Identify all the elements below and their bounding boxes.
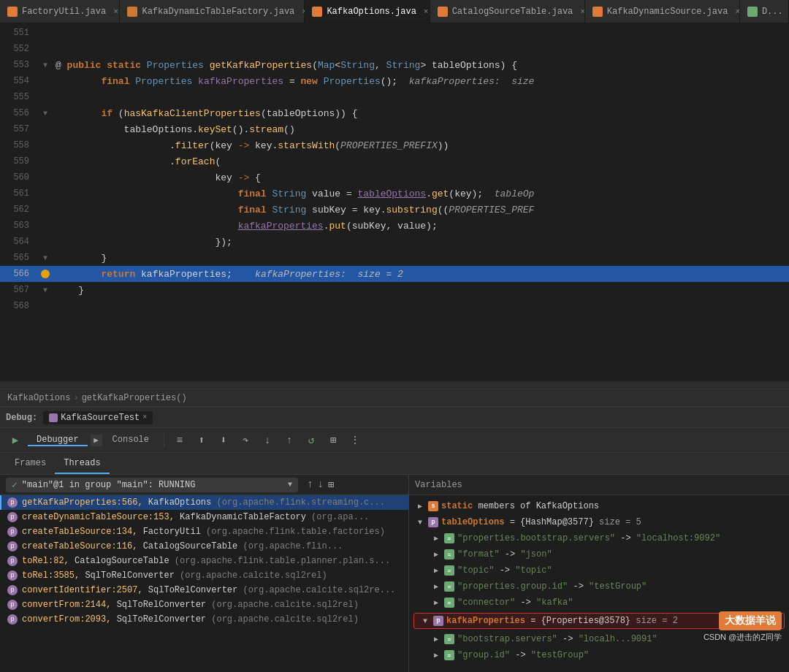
- var-icon-static: s: [428, 501, 438, 511]
- frame-item-5[interactable]: p toRel:3585, SqlToRelConverter (org.apa…: [0, 568, 408, 583]
- tab-kafkaoptions[interactable]: KafkaOptions.java ×: [305, 0, 430, 23]
- code-line-567: 567 ▼ }: [0, 282, 789, 298]
- tab-icon-kafkadynamic: [127, 7, 137, 17]
- tab-threads[interactable]: Threads: [55, 453, 109, 474]
- debug-session-name: KafkaSourceTest: [61, 413, 140, 423]
- frame-item-1[interactable]: p createDynamicTableSource:153, KafkaDyn…: [0, 510, 408, 524]
- var-tableoptions[interactable]: ▼ p tableOptions = {HashMap@3577} size =…: [409, 514, 789, 530]
- var-entry-groupid[interactable]: ▶ = "properties.group.id" -> "testGroup": [409, 579, 789, 595]
- stepout-btn[interactable]: ↑: [280, 431, 299, 450]
- filter-btn[interactable]: ⊞: [324, 431, 343, 450]
- thread-name: "main"@1 in group "main": RUNNING: [22, 480, 283, 490]
- code-line-562: 562 final String subKey = key.substring(…: [0, 202, 789, 218]
- stepinto-btn[interactable]: ↓: [258, 431, 277, 450]
- down-btn[interactable]: ⬇: [214, 431, 233, 450]
- variables-list: ▶ s static members of KafkaOptions ▼ p t…: [409, 495, 789, 672]
- tab-frames[interactable]: Frames: [6, 453, 55, 474]
- tab-close-kafkaoptions[interactable]: ×: [424, 7, 429, 16]
- variables-title: Variables: [415, 480, 462, 490]
- var-static-members[interactable]: ▶ s static members of KafkaOptions: [409, 498, 789, 514]
- code-line-553: 553 ▼ @ public static Properties getKafk…: [0, 57, 789, 73]
- code-line-564: 564 });: [0, 234, 789, 250]
- tab-factoryutil[interactable]: FactoryUtil.java ×: [0, 0, 120, 23]
- var-icon-eq6: =: [444, 634, 454, 644]
- tab-d[interactable]: D...: [740, 0, 789, 23]
- var-entry-connector[interactable]: ▶ = "connector" -> "kafka": [409, 595, 789, 611]
- frame-icon-3: p: [7, 541, 18, 551]
- frame-item-0[interactable]: p getKafkaProperties:566, KafkaOptions (…: [0, 495, 408, 510]
- breadcrumb: KafkaOptions › getKafkaProperties(): [0, 389, 789, 406]
- code-line-566: 566 return kafkaProperties; kafkaPropert…: [0, 266, 789, 282]
- resume-button[interactable]: [6, 431, 25, 450]
- frame-item-7[interactable]: p convertFrom:2144, SqlToRelConverter (o…: [0, 597, 408, 612]
- code-line-559: 559 .forEach(: [0, 153, 789, 169]
- debug-header: Debug: KafkaSourceTest ×: [0, 408, 789, 428]
- tab-label-factoryutil: FactoryUtil.java: [22, 7, 106, 17]
- var-entry-topic[interactable]: ▶ = "topic" -> "topic": [409, 562, 789, 579]
- code-area: 551 552 553 ▼ @ public static Properties…: [0, 23, 789, 381]
- var-icon-eq2: =: [444, 549, 454, 560]
- tab-close-factoryutil[interactable]: ×: [113, 7, 118, 16]
- frame-item-6[interactable]: p convertIdentifier:2507, SqlToRelConver…: [0, 583, 408, 597]
- debug-session-icon: [49, 413, 58, 422]
- tab-debugger[interactable]: Debugger: [28, 435, 88, 446]
- code-line-551: 551: [0, 25, 789, 41]
- code-line-552: 552: [0, 41, 789, 57]
- frame-icon-8: p: [7, 614, 18, 625]
- tab-kafkadynamic[interactable]: KafkaDynamicTableFactory.java ×: [120, 0, 305, 23]
- debug-content: ✓ "main"@1 in group "main": RUNNING ▼ ↑ …: [0, 475, 789, 672]
- rerun-btn[interactable]: ↺: [302, 431, 321, 450]
- horizontal-scrollbar[interactable]: [0, 381, 789, 389]
- thread-selector[interactable]: ✓ "main"@1 in group "main": RUNNING ▼: [6, 478, 298, 492]
- debug-session-tab[interactable]: KafkaSourceTest ×: [43, 411, 153, 424]
- debug-label: Debug:: [6, 413, 37, 423]
- code-line-558: 558 .filter(key -> key.startsWith(PROPER…: [0, 137, 789, 153]
- tab-console[interactable]: Console: [104, 435, 158, 446]
- var-icon-eq5: =: [444, 597, 454, 608]
- list-btn[interactable]: [170, 431, 189, 450]
- var-entry-format[interactable]: ▶ = "format" -> "json": [409, 546, 789, 562]
- tab-label-catalogsource: CatalogSourceTable.java: [452, 7, 573, 17]
- var-kafkaproperties[interactable]: ▼ p kafkaProperties = {Properties@3578} …: [413, 613, 785, 629]
- tab-bar: FactoryUtil.java × KafkaDynamicTableFact…: [0, 0, 789, 23]
- tab-label-d: D...: [762, 7, 783, 17]
- variables-panel: Variables ▶ s static members of KafkaOpt…: [409, 475, 789, 672]
- var-entry-bsservers[interactable]: ▶ = "bootstrap.servers" -> "localh...909…: [409, 631, 789, 647]
- frame-item-8[interactable]: p convertFrom:2093, SqlToRelConverter (o…: [0, 612, 408, 627]
- frame-icon-2: p: [7, 527, 18, 537]
- debug-panel: Debug: KafkaSourceTest × Debugger ▶ Cons…: [0, 406, 789, 672]
- settings-btn[interactable]: ⋮: [346, 431, 365, 450]
- frames-list: p getKafkaProperties:566, KafkaOptions (…: [0, 495, 408, 672]
- thread-down-btn[interactable]: ↓: [317, 478, 323, 491]
- tab-icon-kafkadynamicsource: [592, 7, 603, 17]
- thread-filter-btn[interactable]: ⊞: [328, 478, 334, 491]
- breakpoint-566: [41, 270, 50, 278]
- var-icon-tableoptions: p: [428, 517, 438, 527]
- thread-up-btn[interactable]: ↑: [307, 478, 313, 491]
- debug-session-close[interactable]: ×: [142, 413, 147, 421]
- frames-toolbar: ✓ "main"@1 in group "main": RUNNING ▼ ↑ …: [0, 475, 408, 495]
- tab-label-kafkadynamicsource: KafkaDynamicSource.java: [607, 7, 728, 17]
- code-line-557: 557 tableOptions.keySet().stream(): [0, 121, 789, 137]
- var-entry-groupid2[interactable]: ▶ = "group.id" -> "testGroup": [409, 647, 789, 663]
- tab-icon-d: [747, 7, 758, 17]
- thread-dropdown-arrow: ▼: [288, 481, 292, 489]
- frame-icon-0: p: [7, 497, 18, 508]
- frame-item-2[interactable]: p createTableSource:134, FactoryUtil (or…: [0, 524, 408, 539]
- var-entry-bootstrap[interactable]: ▶ = "properties.bootstrap.servers" -> "l…: [409, 530, 789, 546]
- up-btn[interactable]: ⬆: [192, 431, 211, 450]
- breadcrumb-class: KafkaOptions: [7, 393, 70, 403]
- frame-item-3[interactable]: p createTableSource:116, CatalogSourceTa…: [0, 539, 408, 554]
- var-icon-eq4: =: [444, 581, 454, 592]
- code-line-568: 568: [0, 298, 789, 314]
- code-line-561: 561 final String value = tableOptions.ge…: [0, 186, 789, 202]
- stepover-btn[interactable]: ↷: [236, 431, 255, 450]
- tab-label-kafkaoptions: KafkaOptions.java: [327, 7, 416, 17]
- tab-catalogsource[interactable]: CatalogSourceTable.java ×: [430, 0, 585, 23]
- console-icon[interactable]: ▶: [91, 435, 102, 446]
- tab-kafkadynamicsource[interactable]: KafkaDynamicSource.java ×: [585, 0, 740, 23]
- frame-item-4[interactable]: p toRel:82, CatalogSourceTable (org.apac…: [0, 554, 408, 568]
- frames-panel: ✓ "main"@1 in group "main": RUNNING ▼ ↑ …: [0, 475, 409, 672]
- code-line-560: 560 key -> {: [0, 169, 789, 186]
- tab-icon-kafkaoptions: [312, 7, 322, 17]
